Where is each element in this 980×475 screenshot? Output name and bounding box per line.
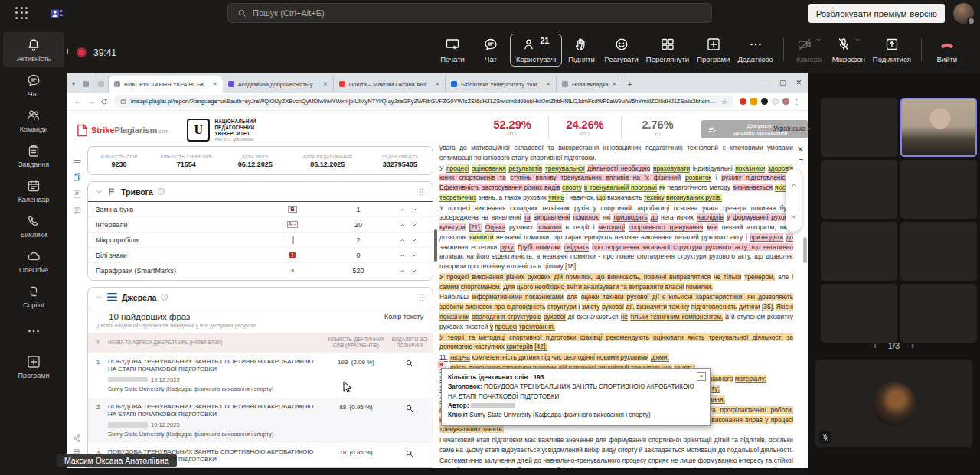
app-launcher-icon[interactable] (15, 7, 29, 21)
browser-tab[interactable]: Академічна доброчесність у ...✕ (223, 76, 334, 93)
magnifier-icon[interactable] (387, 403, 433, 413)
people-button[interactable]: 21Користувачі (510, 34, 562, 67)
magnifier-icon[interactable] (387, 358, 433, 368)
pinned-tab[interactable] (93, 76, 109, 93)
site-info-icon[interactable] (120, 99, 126, 105)
forward-icon[interactable]: → (87, 97, 95, 106)
participant-tile[interactable] (900, 284, 977, 343)
info-icon[interactable]: i (161, 294, 168, 301)
caret-down-icon[interactable] (411, 222, 417, 228)
window-minimize-icon[interactable]: — (763, 79, 769, 86)
doc-left-scrollbar[interactable] (434, 229, 437, 262)
chevron-down-icon[interactable] (854, 37, 861, 43)
menu-icon[interactable] (72, 155, 82, 165)
tab-close-icon[interactable]: ✕ (323, 81, 328, 87)
camera-button[interactable]: Камера (790, 37, 828, 63)
avatar[interactable] (953, 3, 974, 24)
caret-up-icon[interactable] (400, 222, 406, 228)
extension-icon[interactable] (772, 98, 779, 105)
tab-close-icon[interactable]: ✕ (546, 81, 550, 87)
sidebar-item-copilot[interactable]: Copilot (3, 278, 64, 314)
active-speaker-tile[interactable] (900, 98, 977, 157)
new-tab-icon[interactable]: + (627, 80, 632, 89)
drag-handle-icon[interactable] (418, 293, 425, 302)
source-row[interactable]: 2 ПОБУДОВА ТРЕНУВАЛЬНИХ ЗАНЯТЬ СПОРТИВНО… (88, 398, 433, 443)
window-maximize-icon[interactable]: ▢ (779, 79, 786, 86)
caret-down-icon[interactable] (411, 237, 417, 243)
caret-up-icon[interactable] (400, 207, 406, 213)
caret-down-icon[interactable] (411, 268, 417, 274)
browser-tab[interactable]: Бібліотека Університету Уши...✕ (446, 76, 557, 93)
participant-tile[interactable] (900, 160, 977, 219)
chevron-down-icon[interactable] (815, 37, 822, 43)
participant-tile[interactable] (900, 222, 977, 281)
collapse-dash-icon[interactable]: – (97, 313, 101, 320)
sidebar-item-calendar[interactable]: Календар (3, 173, 64, 208)
apps-button[interactable]: Програми (693, 37, 733, 63)
participant-tile-large[interactable] (815, 360, 972, 447)
back-icon[interactable]: ← (74, 97, 82, 106)
sidebar-item-calls[interactable]: Виклики (3, 208, 64, 243)
bookmark-star-icon[interactable]: ☆ (721, 98, 727, 106)
resize-handle-icon[interactable]: = (799, 157, 803, 164)
sidebar-item-chat[interactable]: Чат (3, 67, 64, 102)
caret-up-icon[interactable] (400, 268, 406, 274)
tab-close-icon[interactable]: ✕ (435, 81, 439, 87)
outline-icon[interactable] (72, 189, 82, 199)
pinned-tab[interactable] (78, 76, 93, 93)
extension-icon[interactable] (761, 98, 768, 105)
chat-button[interactable]: Чат (472, 37, 510, 63)
profile-avatar-icon[interactable] (782, 98, 789, 105)
sidebar-item-onedrive[interactable]: OneDrive (3, 243, 64, 278)
popup-close-icon[interactable]: × (697, 372, 706, 381)
sidebar-item-tasks[interactable]: Завдання (3, 138, 64, 173)
extension-icon[interactable] (740, 98, 746, 105)
collapse-chevron-icon[interactable] (96, 294, 103, 301)
comment-icon[interactable] (72, 206, 82, 216)
tab-close-icon[interactable]: ✕ (612, 81, 617, 87)
extension-icon[interactable] (750, 98, 757, 105)
doc-scrollbar[interactable] (803, 237, 807, 263)
browser-menu-icon[interactable]: ⋮ (793, 98, 801, 106)
share-icon[interactable] (72, 434, 81, 443)
start-button[interactable]: Почати (433, 37, 472, 63)
raise-button[interactable]: Підняти (562, 37, 600, 63)
participant-tile[interactable] (821, 160, 897, 219)
drag-handle-icon[interactable] (418, 187, 425, 197)
close-icon[interactable]: ✕ (797, 145, 804, 154)
mic-button[interactable]: Мікрофон (828, 37, 869, 63)
refresh-icon[interactable] (100, 98, 108, 106)
sidebar-item-teams[interactable]: Команди (3, 102, 64, 138)
source-row[interactable]: 1 ПОБУДОВА ТРЕНУВАЛЬНИХ ЗАНЯТЬ СПОРТИВНО… (88, 353, 433, 398)
text-color-label[interactable]: Колір тексту (384, 313, 423, 320)
caret-up-icon[interactable] (400, 237, 406, 243)
sidebar-item-more[interactable] (3, 314, 64, 349)
caret-down-icon[interactable] (411, 252, 417, 259)
participant-tile[interactable] (821, 284, 897, 343)
magnifier-icon[interactable] (387, 448, 433, 458)
browser-tab[interactable]: Нова вкладка✕ (557, 76, 623, 93)
more-button[interactable]: Додатково (733, 37, 776, 63)
participant-tile[interactable] (821, 222, 897, 281)
view-button[interactable]: Переглянути (642, 37, 693, 63)
tab-search-chevron-icon[interactable]: ▾ (72, 80, 75, 87)
search-input[interactable]: Пошук (Ctrl+Alt+E) (227, 3, 712, 23)
sidebar-item-activity[interactable]: Активність (3, 32, 64, 67)
sidebar-item-apps[interactable]: Програми (3, 349, 64, 384)
caret-up-icon[interactable] (400, 252, 406, 259)
language-selector[interactable]: Українська ▾ (773, 125, 811, 132)
browser-tab[interactable]: ВИКОРИСТАННЯ УКРАЇНСЬК...✕ (109, 76, 223, 93)
collapse-chevron-icon[interactable] (96, 188, 103, 195)
share-button[interactable]: Поділитися (869, 37, 915, 63)
participant-tile[interactable] (821, 98, 897, 157)
leave-button[interactable]: Вийти (928, 37, 966, 63)
prev-fragment-icon[interactable] (790, 181, 798, 189)
pages-icon[interactable] (72, 172, 82, 182)
tab-close-icon[interactable]: ✕ (213, 81, 217, 87)
unlock-premium-button[interactable]: Розблокувати преміум-версію (808, 4, 945, 23)
next-fragment-icon[interactable] (790, 213, 798, 220)
react-button[interactable]: Реагувати (600, 37, 642, 63)
info-icon[interactable]: i (158, 188, 165, 195)
caret-down-icon[interactable] (411, 207, 417, 213)
window-close-icon[interactable]: ✕ (795, 79, 802, 86)
